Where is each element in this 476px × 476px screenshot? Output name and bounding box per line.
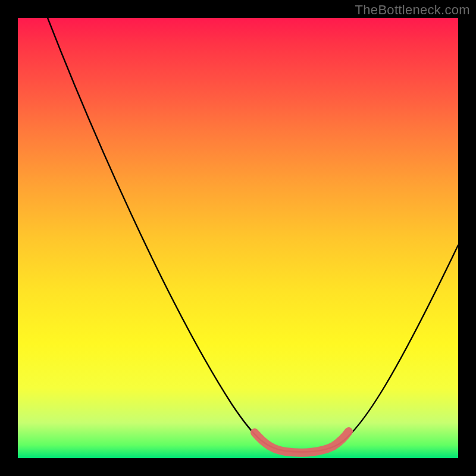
plot-area — [18, 18, 458, 458]
chart-svg — [18, 18, 458, 458]
watermark-text: TheBottleneck.com — [355, 2, 470, 18]
optimal-range-highlight — [255, 431, 349, 453]
bottleneck-curve — [48, 18, 458, 452]
chart-frame: TheBottleneck.com — [0, 0, 476, 476]
